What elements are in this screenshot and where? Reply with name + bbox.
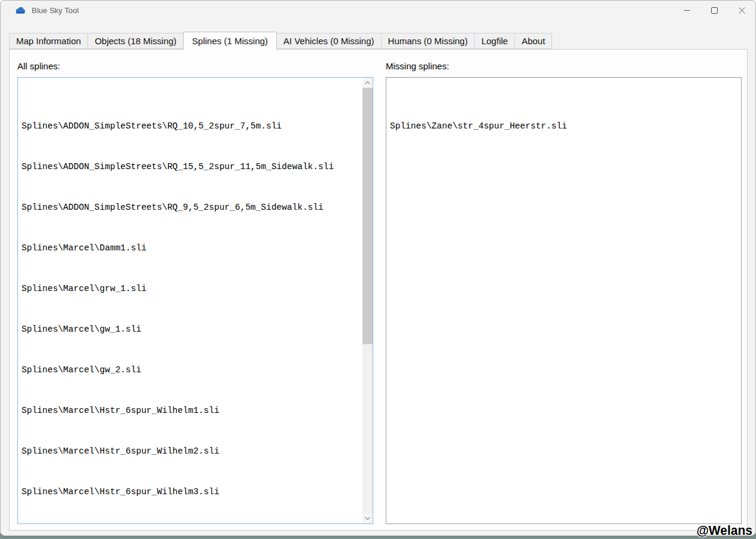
chevron-down-icon [365,517,370,520]
tab-page-splines: All splines: Splines\ADDON_SimpleStreets… [9,49,748,531]
window-title: Blue Sky Tool [32,6,79,15]
all-splines-list[interactable]: Splines\ADDON_SimpleStreets\RQ_10,5_2spu… [17,77,373,524]
all-splines-items: Splines\ADDON_SimpleStreets\RQ_10,5_2spu… [18,78,362,523]
list-item[interactable]: Splines\Marcel\gw_1.sli [22,324,362,335]
tab-label: Humans (0 Missing) [388,36,468,46]
maximize-icon [711,7,718,14]
tab-label: About [522,36,545,46]
list-item[interactable]: Splines\Zane\str_4spur_Heerstr.sli [390,121,741,131]
tab-splines[interactable]: Splines (1 Missing) [183,32,277,50]
list-item[interactable]: Splines\Marcel\Damm1.sli [22,243,362,253]
list-item[interactable]: Splines\Marcel\gw_2.sli [22,365,362,375]
list-item[interactable]: Splines\ADDON_SimpleStreets\RQ_15,5_2spu… [22,162,362,172]
tab-about[interactable]: About [514,33,552,49]
all-splines-label: All splines: [17,61,60,71]
tab-label: Splines (1 Missing) [192,36,268,46]
tab-label: Objects (18 Missing) [94,36,176,46]
titlebar: Blue Sky Tool [1,1,755,20]
tab-label: AI Vehicles (0 Missing) [284,36,374,46]
tab-humans[interactable]: Humans (0 Missing) [381,33,475,49]
list-item[interactable]: Splines\Marcel\Hstr_6spur_Wilhelm2.sli [22,446,362,457]
scrollbar-down-button[interactable] [362,513,373,523]
scrollbar-up-button[interactable] [362,78,373,88]
app-window: Blue Sky Tool Map [0,0,756,536]
minimize-icon [684,7,690,14]
watermark: @Welans [696,523,752,538]
vertical-scrollbar[interactable] [362,78,373,523]
tab-label: Logfile [481,36,508,46]
cloud-app-icon [15,6,26,14]
window-controls [673,1,755,20]
tab-label: Map Information [16,36,81,46]
missing-splines-items: Splines\Zane\str_4spur_Heerstr.sli [386,78,741,523]
list-item[interactable]: Splines\ADDON_SimpleStreets\RQ_10,5_2spu… [22,121,362,131]
list-item[interactable]: Splines\Marcel\Hstr_6spur_Wilhelm3.sli [22,487,362,497]
missing-splines-list[interactable]: Splines\Zane\str_4spur_Heerstr.sli [386,77,742,524]
close-icon [739,7,745,14]
tab-ai-vehicles[interactable]: AI Vehicles (0 Missing) [276,33,382,49]
close-button[interactable] [728,1,755,20]
scrollbar-thumb[interactable] [362,88,373,344]
maximize-button[interactable] [700,1,728,20]
list-item[interactable]: Splines\Marcel\Hstr_6spur_Wilhelm1.sli [22,406,362,416]
chevron-up-icon [365,81,370,84]
missing-splines-label: Missing splines: [386,61,449,71]
list-item[interactable]: Splines\ADDON_SimpleStreets\RQ_9,5_2spur… [22,203,362,213]
tab-map-information[interactable]: Map Information [9,33,88,49]
list-item[interactable]: Splines\Marcel\grw_1.sli [22,284,362,294]
tab-bar: Map Information Objects (18 Missing) Spl… [9,32,551,50]
tab-logfile[interactable]: Logfile [474,33,515,49]
minimize-button[interactable] [673,1,700,20]
tab-objects[interactable]: Objects (18 Missing) [87,33,184,49]
